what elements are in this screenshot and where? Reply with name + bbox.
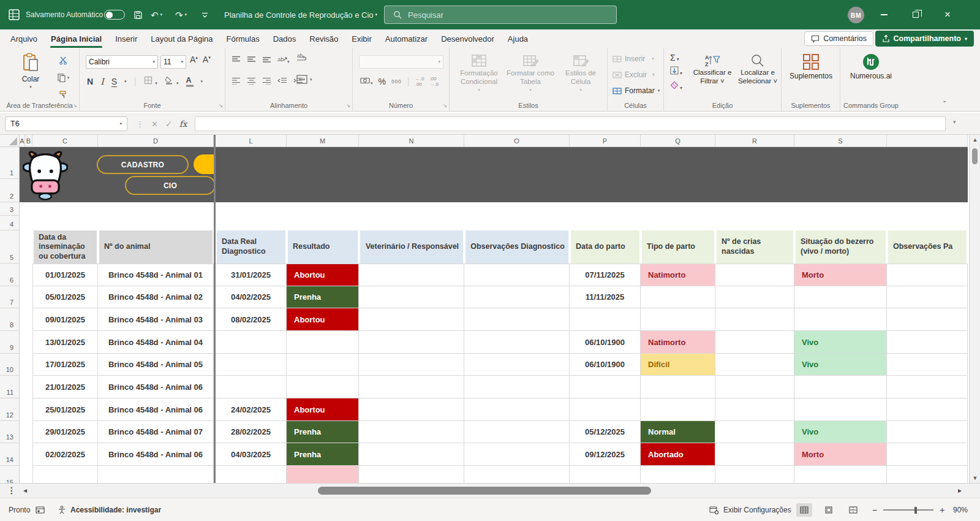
insert-cells-button[interactable]: Inserir▾ [612,55,654,63]
cell-T7[interactable] [887,286,968,308]
align-right-icon[interactable] [262,76,271,87]
name-box-dropdown-icon[interactable]: ▾ [119,121,122,126]
cell-N8[interactable] [359,308,464,331]
cell-R15[interactable] [715,466,794,483]
cell-N6[interactable] [359,264,464,286]
column-header-N[interactable]: N [359,135,464,146]
header-cell-N[interactable]: Veterinário / Responsável [360,230,463,264]
minimize-button[interactable] [870,0,898,29]
cell-O6[interactable] [464,264,570,286]
cell-C7[interactable]: 05/01/2025 [32,286,98,308]
cell-R13[interactable] [715,421,794,443]
quick-access-customize-icon[interactable] [201,11,209,19]
cell-C15[interactable] [32,466,98,483]
column-header-M[interactable]: M [287,135,359,146]
header-cell-M[interactable]: Resultado [288,230,358,264]
cell-P10[interactable]: 06/10/1900 [570,354,641,376]
cell-N12[interactable] [359,398,464,421]
row-header-9[interactable]: 9 [0,331,20,354]
page-break-view-icon[interactable] [845,503,861,517]
cell-P6[interactable]: 07/11/2025 [570,264,641,286]
row-header-10[interactable]: 10 [0,354,20,376]
cell-D12[interactable]: Brinco 4548d - Animal 06 [98,398,214,421]
cell-C11[interactable]: 21/01/2025 [32,376,98,398]
row-header-12[interactable]: 12 [0,398,20,421]
column-header-D[interactable]: D [98,135,214,146]
cell-T12[interactable] [887,398,968,421]
cell-L9[interactable] [216,331,287,354]
search-input[interactable]: Pesquisar [384,6,617,24]
cell-C10[interactable]: 17/01/2025 [32,354,98,376]
format-as-table-button[interactable]: Formatar como Tabela▾ [506,54,555,93]
cell-R12[interactable] [715,398,794,421]
row-header-1[interactable]: 1 [0,147,20,179]
clear-icon[interactable]: ▾ [670,81,682,92]
zoom-slider[interactable] [883,509,933,511]
header-cell-L[interactable]: Data Real Diagnostico [217,230,285,264]
cell-P8[interactable] [570,308,641,331]
cell-R7[interactable] [715,286,794,308]
align-bottom-icon[interactable] [262,55,271,66]
normal-view-icon[interactable] [796,503,812,517]
cell-S13[interactable]: Vivo [794,421,887,443]
cell-D11[interactable]: Brinco 4548d - Animal 06 [98,376,214,398]
tab-pagina-inicial[interactable]: Página Inicial [44,29,108,48]
cell-P11[interactable] [570,376,641,398]
zoom-level[interactable]: 90% [953,501,968,519]
cell-L7[interactable]: 04/02/2025 [216,286,287,308]
cell-T14[interactable] [887,443,968,466]
cell-N10[interactable] [359,354,464,376]
cell-O15[interactable] [464,466,570,483]
tab-revisao[interactable]: Revisão [303,29,345,48]
cell-Q8[interactable] [641,308,715,331]
zoom-in-icon[interactable]: + [940,505,944,515]
cell-C14[interactable]: 02/02/2025 [32,443,98,466]
cell-P13[interactable]: 05/12/2025 [570,421,641,443]
cell-O12[interactable] [464,398,570,421]
collapse-ribbon-icon[interactable]: ⌄ [942,97,947,104]
cell-P7[interactable]: 11/11/2025 [570,286,641,308]
header-cell-P[interactable]: Data do parto [571,230,639,264]
cell-N7[interactable] [359,286,464,308]
row-header-2[interactable]: 2 [0,179,20,202]
cell-O9[interactable] [464,331,570,354]
cell-C13[interactable]: 29/01/2025 [32,421,98,443]
clipped-yellow-button[interactable] [194,154,214,174]
column-header-B[interactable]: B [25,135,32,146]
header-cell-T[interactable]: Observações Pa [888,230,967,264]
font-color-icon[interactable]: A [186,76,194,87]
cell-M10[interactable] [287,354,359,376]
column-header-C[interactable]: C [32,135,98,146]
cell-S11[interactable] [794,376,887,398]
cell-L13[interactable]: 28/02/2025 [216,421,287,443]
comma-style-button[interactable]: 000 [391,78,402,85]
cell-O14[interactable] [464,443,570,466]
wrap-text-icon[interactable]: ab [296,53,307,65]
cell-S8[interactable] [794,308,887,331]
comments-button[interactable]: Comentários [804,31,873,46]
cell-T6[interactable] [887,264,968,286]
tab-arquivo[interactable]: Arquivo [4,29,44,48]
font-dialog-launcher-icon[interactable]: ↘ [219,103,223,108]
sort-filter-button[interactable]: AZ Classificar e Filtrar ˅ [691,53,734,86]
bold-button[interactable]: N [87,77,93,86]
find-select-button[interactable]: Localizar e Selecionar ˅ [736,53,779,86]
delete-cells-button[interactable]: Excluir▾ [612,70,655,79]
scroll-up-icon[interactable]: ▲ [970,137,980,143]
cell-S15[interactable] [794,466,887,483]
cell-T8[interactable] [887,308,968,331]
cell-R10[interactable] [715,354,794,376]
cell-T15[interactable] [887,466,968,483]
align-center-icon[interactable] [247,76,256,87]
vertical-scroll-thumb[interactable] [972,148,978,164]
header-cell-D[interactable]: Nº do animal [99,230,213,264]
cell-O13[interactable] [464,421,570,443]
cell-L11[interactable] [216,376,287,398]
cell-C8[interactable]: 09/01/2025 [32,308,98,331]
accessibility-status[interactable]: Acessibilidade: investigar [58,501,161,519]
cell-L6[interactable]: 31/01/2025 [216,264,287,286]
addins-button[interactable]: Suplementos [788,53,834,80]
cell-M14[interactable]: Prenha [287,443,359,466]
row-header-11[interactable]: 11 [0,376,20,398]
format-cells-button[interactable]: Formatar▾ [612,86,660,95]
